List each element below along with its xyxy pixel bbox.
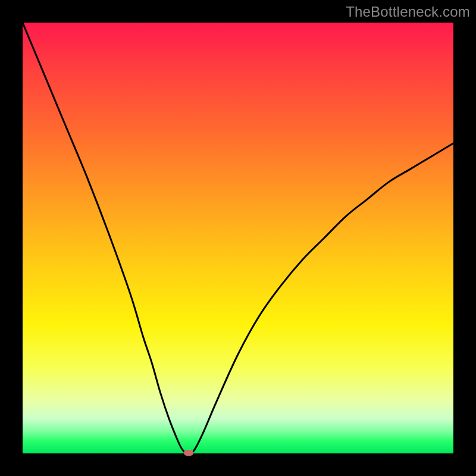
watermark-text: TheBottleneck.com [346, 4, 470, 20]
plot-area [23, 23, 453, 453]
bottleneck-curve [23, 23, 453, 453]
chart-frame: TheBottleneck.com [0, 0, 476, 476]
min-marker [184, 450, 193, 456]
